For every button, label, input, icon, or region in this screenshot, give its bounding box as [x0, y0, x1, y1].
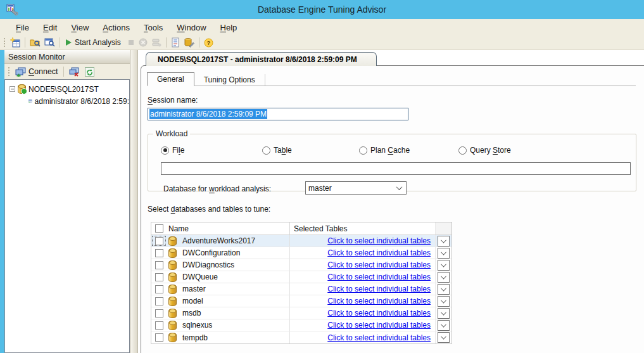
row-checkbox[interactable]	[155, 261, 163, 269]
select-tables-link[interactable]: Click to select individual tables	[327, 260, 431, 269]
workload-file-input[interactable]	[161, 162, 631, 175]
table-row[interactable]: model Click to select individual tables	[151, 295, 451, 307]
tables-dropdown-button[interactable]	[438, 296, 450, 307]
toolbar-separator	[199, 37, 199, 48]
chevron-down-icon	[441, 297, 446, 303]
main-toolbar: Start Analysis	[0, 35, 644, 50]
apply-recommendations-button[interactable]	[149, 37, 163, 49]
window-body: Session Monitor Connect	[0, 50, 644, 353]
database-icon	[168, 321, 177, 330]
tree-node-server[interactable]: NODE5\SQL2017ST	[5, 83, 129, 95]
select-tables-link[interactable]: Click to select individual tables	[327, 273, 431, 281]
table-row[interactable]: sqlnexus Click to select individual tabl…	[151, 319, 451, 331]
radio-table[interactable]: Table	[262, 146, 292, 155]
radio-file[interactable]: File	[161, 146, 184, 155]
tables-dropdown-button[interactable]	[438, 284, 450, 295]
menu-actions[interactable]: Actions	[96, 20, 137, 35]
radio-query-store[interactable]: Query Store	[458, 146, 511, 155]
menu-window[interactable]: Window	[170, 20, 213, 35]
select-tables-link[interactable]: Click to select individual tables	[327, 248, 431, 257]
menu-bar: File Edit View Actions Tools Window Help	[0, 19, 644, 35]
tables-dropdown-button[interactable]	[438, 332, 450, 343]
row-checkbox[interactable]	[155, 333, 163, 342]
select-tables-link[interactable]: Click to select individual tables	[327, 333, 431, 342]
cancel-icon	[139, 38, 148, 47]
radio-plan-cache[interactable]: Plan Cache	[359, 146, 410, 155]
tree-node-session[interactable]: administrator 8/6/2018 2:59:	[5, 95, 129, 107]
table-row[interactable]: DWDiagnostics Click to select individual…	[151, 259, 451, 271]
radio-plan-cache-circle[interactable]	[359, 146, 367, 155]
select-tables-link[interactable]: Click to select individual tables	[327, 309, 431, 318]
table-row[interactable]: msdb Click to select individual tables	[151, 307, 451, 319]
row-checkbox[interactable]	[155, 237, 163, 245]
server-database-icon	[18, 84, 26, 94]
stop-analysis-button[interactable]	[125, 37, 137, 48]
database-for-analysis-combobox[interactable]: master	[305, 181, 407, 195]
panel-splitter[interactable]	[130, 50, 138, 353]
tables-dropdown-button[interactable]	[438, 272, 450, 283]
tuning-options-button[interactable]	[182, 36, 196, 49]
tables-dropdown-button[interactable]	[438, 236, 450, 247]
tab-tuning-options[interactable]: Tuning Options	[194, 74, 265, 86]
database-icon	[168, 333, 177, 342]
select-all-checkbox[interactable]	[155, 224, 163, 233]
tables-dropdown-button[interactable]	[438, 260, 450, 271]
select-databases-label: Select databases and tables to tune:	[148, 205, 270, 214]
toolbar-grip[interactable]	[8, 67, 11, 77]
session-document-tab[interactable]: NODE5\SQL2017ST - administrator 8/6/2018…	[146, 52, 377, 66]
select-tables-link[interactable]: Click to select individual tables	[327, 297, 431, 305]
select-tables-link[interactable]: Click to select individual tables	[327, 321, 431, 330]
chevron-down-icon	[441, 321, 446, 327]
database-icon	[168, 260, 177, 270]
reports-button[interactable]	[169, 36, 182, 49]
row-checkbox[interactable]	[155, 309, 163, 318]
table-row[interactable]: DWConfiguration Click to select individu…	[151, 247, 451, 259]
start-analysis-button[interactable]: Start Analysis	[63, 37, 125, 48]
table-row[interactable]: DWQueue Click to select individual table…	[151, 271, 451, 283]
new-session-button[interactable]	[8, 36, 22, 49]
row-checkbox[interactable]	[155, 297, 163, 305]
radio-table-circle[interactable]	[262, 146, 270, 155]
session-name-label: Session name:	[148, 96, 198, 105]
menu-tools[interactable]: Tools	[137, 20, 170, 35]
radio-query-store-circle[interactable]	[458, 146, 467, 155]
open-workload-file-button[interactable]	[28, 36, 42, 49]
chevron-down-icon	[441, 309, 446, 315]
menu-view[interactable]: View	[64, 20, 96, 35]
row-checkbox[interactable]	[155, 321, 163, 330]
row-checkbox[interactable]	[155, 273, 163, 281]
collapse-icon[interactable]	[9, 86, 15, 92]
session-grid-icon	[28, 97, 32, 105]
tuning-options-icon	[184, 37, 194, 48]
session-name-input[interactable]: administrator 8/6/2018 2:59:09 PM	[148, 108, 408, 120]
menu-file[interactable]: File	[9, 20, 36, 35]
tables-dropdown-button[interactable]	[438, 248, 450, 259]
select-tables-link[interactable]: Click to select individual tables	[327, 236, 431, 245]
select-tables-link[interactable]: Click to select individual tables	[327, 285, 431, 293]
row-checkbox[interactable]	[155, 285, 163, 293]
toolbar-separator	[25, 37, 25, 48]
database-icon	[168, 273, 177, 282]
radio-file-circle[interactable]	[161, 146, 169, 155]
tables-dropdown-button[interactable]	[438, 308, 450, 319]
disconnect-button[interactable]	[66, 66, 82, 78]
connect-button[interactable]: Connect	[13, 66, 61, 78]
tables-dropdown-button[interactable]	[438, 320, 450, 331]
table-row[interactable]: tempdb Click to select individual tables	[151, 331, 451, 343]
toolbar-grip[interactable]	[3, 37, 6, 48]
table-row[interactable]: master Click to select individual tables	[151, 283, 451, 295]
menu-help[interactable]: Help	[213, 20, 244, 35]
workload-group-label: Workload	[153, 129, 190, 138]
stop-icon	[127, 39, 135, 46]
tab-general[interactable]: General	[147, 72, 194, 86]
row-checkbox[interactable]	[155, 249, 163, 257]
menu-edit[interactable]: Edit	[36, 20, 64, 35]
window-title: Database Engine Tuning Advisor	[0, 4, 644, 15]
cancel-button[interactable]	[137, 37, 149, 48]
refresh-button[interactable]	[82, 66, 97, 78]
help-button[interactable]: ?	[202, 37, 215, 49]
open-workload-table-button[interactable]	[42, 36, 57, 49]
chevron-down-icon	[441, 273, 446, 279]
refresh-icon	[85, 67, 94, 77]
table-row[interactable]: AdventureWorks2017 Click to select indiv…	[151, 235, 451, 247]
